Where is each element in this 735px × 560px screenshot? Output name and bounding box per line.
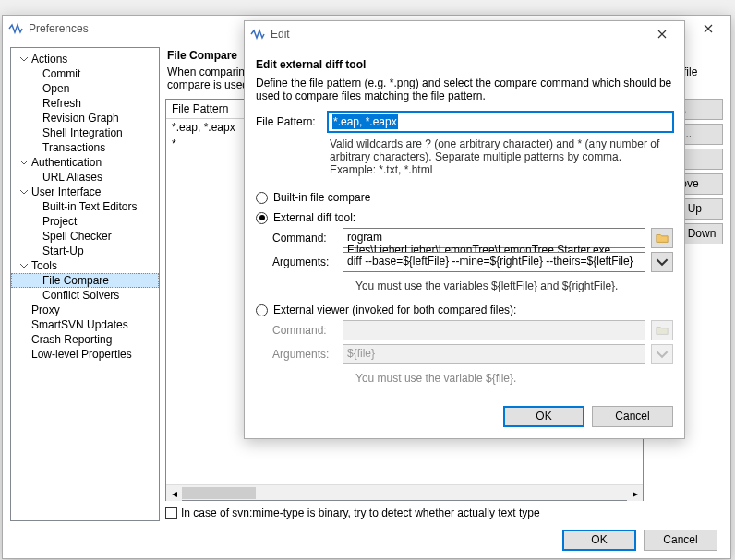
tree-group-tools[interactable]: Tools <box>11 258 159 273</box>
tree-item-low-level-properties[interactable]: Low-level Properties <box>11 347 159 362</box>
command-label: Command: <box>272 232 337 244</box>
tree-item-file-compare[interactable]: File Compare <box>11 273 159 288</box>
edit-titlebar[interactable]: Edit <box>245 21 684 47</box>
viewer-command-input <box>343 320 645 340</box>
app-icon <box>250 27 265 42</box>
tree-item-crash-reporting[interactable]: Crash Reporting <box>11 332 159 347</box>
close-icon[interactable] <box>644 23 681 45</box>
viewer-arguments-label: Arguments: <box>272 348 337 361</box>
tree-group-label: User Interface <box>31 185 101 198</box>
arguments-dropdown-button[interactable] <box>651 252 673 272</box>
tree-item-builtin-text-editors[interactable]: Built-in Text Editors <box>11 199 159 214</box>
radio-external-row[interactable]: External diff tool: <box>256 208 673 228</box>
tree-item-spell-checker[interactable]: Spell Checker <box>11 229 159 244</box>
radio-builtin-label: Built-in file compare <box>273 191 370 204</box>
radio-builtin-row[interactable]: Built-in file compare <box>256 187 673 208</box>
scroll-thumb[interactable] <box>182 487 256 499</box>
tree-group-authentication[interactable]: Authentication <box>11 155 159 170</box>
radio-viewer-row[interactable]: External viewer (invoked for both compar… <box>256 300 673 320</box>
file-pattern-label: File Pattern: <box>256 115 322 128</box>
tree-item-project[interactable]: Project <box>11 214 159 229</box>
preferences-footer: OK Cancel <box>3 521 730 558</box>
app-icon <box>8 21 23 36</box>
radio-external-label: External diff tool: <box>273 211 355 224</box>
chevron-down-icon <box>656 349 669 360</box>
folder-icon <box>656 232 669 244</box>
tree-group-actions[interactable]: Actions <box>11 52 159 66</box>
tree-item-start-up[interactable]: Start-Up <box>11 244 159 258</box>
chevron-down-icon <box>20 188 28 196</box>
edit-title: Edit <box>271 28 644 41</box>
radio-viewer[interactable] <box>256 304 268 316</box>
viewer-arguments-input: ${file} <box>343 344 645 364</box>
tree-item-proxy[interactable]: Proxy <box>11 303 159 317</box>
preferences-tree[interactable]: Actions Commit Open Refresh Revision Gra… <box>10 47 160 521</box>
scroll-right-icon[interactable]: ▸ <box>627 485 643 501</box>
wildcard-hint: Valid wildcards are ? (one arbitrary cha… <box>330 137 673 176</box>
tree-group-label: Authentication <box>31 156 102 169</box>
ok-button[interactable]: OK <box>562 530 636 551</box>
close-icon[interactable] <box>690 18 727 40</box>
tree-item-conflict-solvers[interactable]: Conflict Solvers <box>11 288 159 303</box>
scroll-left-icon[interactable]: ◂ <box>166 485 182 501</box>
chevron-down-icon <box>20 159 28 166</box>
horizontal-scrollbar[interactable]: ◂ ▸ <box>166 484 643 500</box>
chevron-down-icon <box>20 55 28 63</box>
arguments-label: Arguments: <box>272 256 337 268</box>
cancel-button[interactable]: Cancel <box>592 406 673 427</box>
browse-button-disabled <box>651 320 673 340</box>
tree-item-smartsvn-updates[interactable]: SmartSVN Updates <box>11 317 159 332</box>
viewer-dropdown-disabled <box>651 344 673 364</box>
tree-item-revision-graph[interactable]: Revision Graph <box>11 111 159 125</box>
viewer-variable-note: You must use the variable ${file}. <box>272 368 673 387</box>
folder-icon <box>656 325 669 336</box>
cancel-button[interactable]: Cancel <box>644 530 717 551</box>
tree-item-transactions[interactable]: Transactions <box>11 140 159 155</box>
arguments-input[interactable]: diff --base=${leftFile} --mine=${rightFi… <box>343 252 645 272</box>
chevron-down-icon <box>20 262 28 269</box>
edit-dialog: Edit Edit external diff tool Define the … <box>244 20 685 439</box>
edit-heading: Edit external diff tool <box>256 54 673 77</box>
tree-item-shell-integration[interactable]: Shell Integration <box>11 125 159 140</box>
tree-group-label: Tools <box>31 259 57 272</box>
radio-external[interactable] <box>256 212 268 224</box>
radio-viewer-label: External viewer (invoked for both compar… <box>273 304 516 316</box>
file-pattern-input[interactable]: *.eap, *.eapx <box>328 112 673 132</box>
tree-item-open[interactable]: Open <box>11 81 159 96</box>
tree-group-user-interface[interactable]: User Interface <box>11 185 159 199</box>
binary-detect-checkbox[interactable] <box>165 507 177 519</box>
binary-detect-row[interactable]: In case of svn:mime-type is binary, try … <box>165 501 723 521</box>
command-input[interactable]: rogram Files\LieberLieber\LemonTree\Lemo… <box>343 228 645 248</box>
edit-footer: OK Cancel <box>256 397 673 433</box>
radio-builtin[interactable] <box>256 192 268 204</box>
tree-item-commit[interactable]: Commit <box>11 66 159 81</box>
edit-description: Define the file pattern (e.g. *.png) and… <box>256 77 673 102</box>
ok-button[interactable]: OK <box>503 406 584 427</box>
binary-detect-label: In case of svn:mime-type is binary, try … <box>181 506 540 519</box>
tree-group-label: Actions <box>31 53 67 66</box>
tree-item-url-aliases[interactable]: URL Aliases <box>11 170 159 185</box>
viewer-command-label: Command: <box>272 324 337 337</box>
browse-button[interactable] <box>651 228 673 248</box>
variables-note: You must use the variables ${leftFile} a… <box>272 276 673 294</box>
chevron-down-icon <box>656 256 669 268</box>
tree-item-refresh[interactable]: Refresh <box>11 96 159 111</box>
